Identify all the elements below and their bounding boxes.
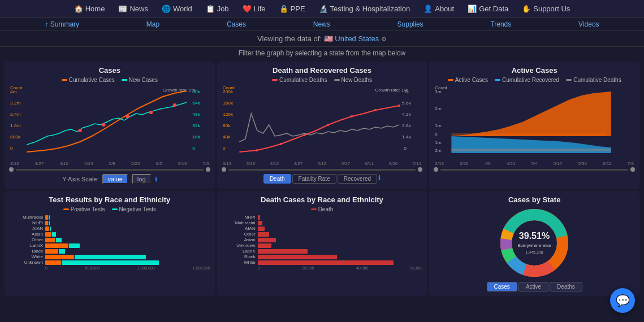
svg-point-15 <box>149 111 153 114</box>
active-legend: Active Cases Cumulative Recovered Cumula… <box>434 77 635 83</box>
state-title: Cases by State <box>434 195 635 204</box>
cases-x-ticks: 3/133/274/104/245/85/226/56/197/3 <box>9 161 210 166</box>
active-slider-right[interactable] <box>630 167 635 172</box>
svg-text:64k: 64k <box>192 101 200 106</box>
sh-cases[interactable]: Cases <box>227 20 246 28</box>
active-slider[interactable] <box>434 167 635 172</box>
race-death-row: Multiracial <box>224 220 421 225</box>
active-cases-label: Active Cases <box>455 77 488 83</box>
race-test-row: White <box>11 254 208 259</box>
new-cases-label: New Cases <box>129 77 158 83</box>
death-btn-fatality[interactable]: Fatality Rate <box>292 174 336 184</box>
cumulative-deaths-dot <box>272 79 278 81</box>
ppe-icon: 🔒 <box>279 5 288 13</box>
nav-item-life[interactable]: ❤️ Life <box>236 2 273 15</box>
death-growth-rate: Growth rate: 1% <box>375 88 408 93</box>
nav-item-about[interactable]: 👤 About <box>417 2 461 15</box>
getdata-icon: 📊 <box>468 5 477 13</box>
race-test-row: Other <box>11 237 208 242</box>
state-btn-deaths[interactable]: Deaths <box>550 282 582 291</box>
donut-svg: 39.51% Everywhere else 1,445,208 <box>498 206 571 280</box>
world-icon: 🌐 <box>162 5 171 13</box>
nav-item-job[interactable]: 📋 Job <box>199 2 236 15</box>
death-info-icon[interactable]: ℹ <box>378 174 381 184</box>
scale-info-icon[interactable]: ℹ <box>155 176 157 183</box>
svg-point-33 <box>351 115 353 118</box>
viewing-bar: Viewing the data of: 🇺🇸 United States ⚙ <box>0 31 644 47</box>
nav-item-getdata[interactable]: 📊 Get Data <box>461 2 515 15</box>
race-test-row: LatinX <box>11 243 208 248</box>
flag-icon: 🇺🇸 <box>324 34 333 43</box>
sh-summary[interactable]: ↑ Summary <box>45 20 79 28</box>
svg-point-34 <box>374 109 377 111</box>
svg-marker-43 <box>452 92 611 136</box>
cases-slider-bar[interactable] <box>16 169 204 171</box>
death-btn-row: Death Fatality Rate Recovered ℹ <box>222 174 423 184</box>
cases-slider-left[interactable] <box>9 167 14 172</box>
race-test-row: Black <box>11 249 208 254</box>
death-btn-death[interactable]: Death <box>263 174 291 184</box>
death-slider-left[interactable] <box>222 167 226 172</box>
sh-trends[interactable]: Trends <box>490 20 511 28</box>
active-slider-left[interactable] <box>434 167 438 172</box>
testing-icon: 🔬 <box>319 5 328 13</box>
svg-point-14 <box>126 115 129 118</box>
scale-value-btn[interactable]: value <box>102 174 128 184</box>
svg-text:160k: 160k <box>223 101 234 106</box>
cases-slider-right[interactable] <box>206 167 210 172</box>
death-svg: 200k 160k 120k 80k 40k 0 7k 5.6k 4.2k 2.… <box>222 85 423 159</box>
pos-tests-dot <box>63 208 69 210</box>
sh-map[interactable]: Map <box>146 20 159 28</box>
active-slider-bar[interactable] <box>440 169 628 171</box>
race-death-row: AIAN <box>224 226 421 231</box>
death-bar-label: Death <box>318 206 334 212</box>
svg-point-12 <box>78 129 81 132</box>
race-test-title: Test Results by Race and Ethnicity <box>9 195 210 204</box>
race-death-row: Unknown <box>224 243 421 248</box>
nav-item-world[interactable]: 🌐 World <box>155 2 199 15</box>
state-btn-active[interactable]: Active <box>518 282 548 291</box>
cumulative-deaths-label: Cumulative Deaths <box>279 77 327 83</box>
cases-chart: Cases Cumulative Cases New Cases Count G… <box>5 62 215 189</box>
settings-icon[interactable]: ⚙ <box>381 36 387 42</box>
race-test-x-axis: 0500,0001,000,0001,500,000 <box>9 266 210 270</box>
death-slider-bar[interactable] <box>228 169 416 171</box>
chat-icon: 💬 <box>616 294 630 307</box>
race-death-row: Black <box>224 254 421 259</box>
death-bar-dot <box>311 208 317 210</box>
death-slider-right[interactable] <box>418 167 422 172</box>
svg-point-16 <box>173 103 176 107</box>
nav-item-news[interactable]: 📰 News <box>111 2 155 15</box>
race-death-row: Asian <box>224 237 421 242</box>
cases-count-label: Count <box>10 85 22 90</box>
nav-label-testing: Testing & Hospitalization <box>330 5 410 13</box>
legend-death-bar: Death <box>311 206 334 212</box>
legend-new-deaths: New Deaths <box>334 77 372 83</box>
nav-item-ppe[interactable]: 🔒 PPE <box>273 2 312 15</box>
sh-videos[interactable]: Videos <box>578 20 599 28</box>
country-link[interactable]: United States <box>335 34 379 43</box>
job-icon: 📋 <box>206 5 215 13</box>
death-slider[interactable] <box>222 167 423 172</box>
cum-recovered-label: Cumulative Recovered <box>502 77 559 83</box>
svg-text:80k: 80k <box>223 123 231 128</box>
svg-text:48k: 48k <box>192 112 200 117</box>
nav-label-world: World <box>173 5 192 13</box>
nav-item-home[interactable]: 🏠 Home <box>67 2 112 15</box>
race-death-row: LatinX <box>224 249 421 254</box>
sh-supplies[interactable]: Supplies <box>397 20 423 28</box>
scale-log-btn[interactable]: log <box>132 174 152 184</box>
svg-point-35 <box>397 105 400 107</box>
chat-button[interactable]: 💬 <box>610 288 635 313</box>
nav-item-testing[interactable]: 🔬 Testing & Hospitalization <box>312 2 417 15</box>
state-chart: Cases by State 39.51% Everywhere else <box>429 191 639 296</box>
svg-point-29 <box>256 149 258 151</box>
state-btn-cases[interactable]: Cases <box>487 282 517 291</box>
nav-label-about: About <box>435 5 454 13</box>
death-btn-recovered[interactable]: Recovered <box>338 174 377 184</box>
race-death-row: NHPI <box>224 215 421 220</box>
sh-news[interactable]: News <box>313 20 330 28</box>
legend-pos-tests: Positive Tests <box>63 206 105 212</box>
cases-slider[interactable] <box>9 167 210 172</box>
nav-item-support[interactable]: ✋ Support Us <box>515 2 577 15</box>
